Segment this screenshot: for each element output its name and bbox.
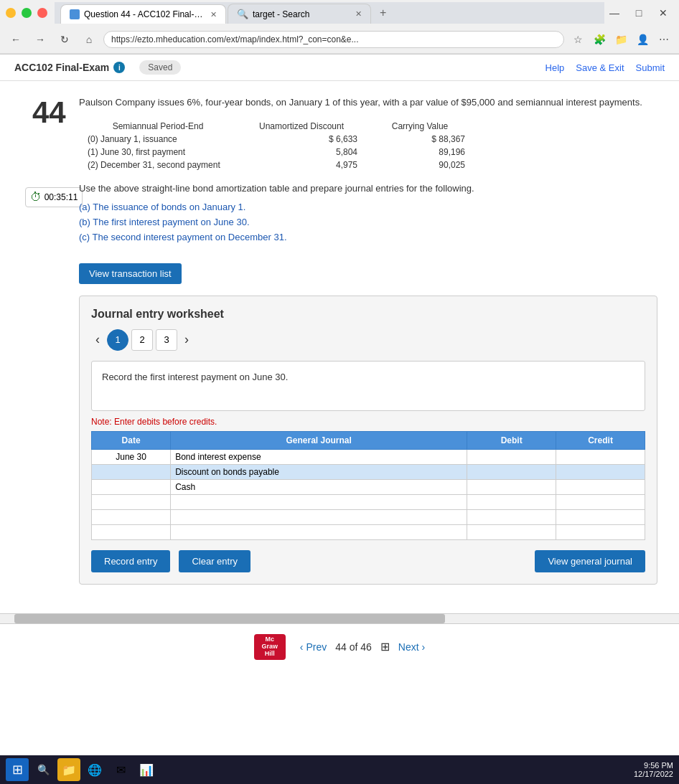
back-button[interactable]: ← <box>6 29 26 49</box>
home-button[interactable]: ⌂ <box>79 29 99 49</box>
debit-cell-5[interactable] <box>467 509 556 524</box>
timer-icon: ⏱ <box>30 191 42 204</box>
save-exit-button[interactable]: Save & Exit <box>576 62 624 73</box>
question-text: Paulson Company issues 6%, four-year bon… <box>79 95 657 110</box>
tab-close-1[interactable]: ✕ <box>210 10 217 19</box>
close-window-button[interactable]: ✕ <box>653 3 673 23</box>
prev-chevron-icon: ‹ <box>300 641 304 653</box>
journal-entry-1[interactable] <box>171 449 467 464</box>
next-button[interactable]: Next › <box>398 641 425 653</box>
carrying-0: $ 88,367 <box>366 133 474 146</box>
journal-entry-4[interactable] <box>171 494 467 509</box>
debit-cell-4[interactable] <box>467 494 556 509</box>
debit-input-4[interactable] <box>472 497 551 507</box>
submit-button[interactable]: Submit <box>636 62 665 73</box>
date-cell-4 <box>92 494 171 509</box>
credit-input-5[interactable] <box>561 512 640 522</box>
refresh-button[interactable]: ↻ <box>55 29 75 49</box>
col-date-header: Date <box>92 431 171 449</box>
debit-input-6[interactable] <box>472 527 551 537</box>
col-general-journal-header: General Journal <box>171 431 467 449</box>
credit-cell-5[interactable] <box>556 509 645 524</box>
new-tab-button[interactable]: + <box>373 2 393 24</box>
info-icon[interactable]: i <box>113 62 125 73</box>
prev-page-button[interactable]: ‹ <box>91 331 104 349</box>
worksheet-note: Note: Enter debits before credits. <box>91 417 645 427</box>
page-3-button[interactable]: 3 <box>156 329 177 351</box>
clear-entry-button[interactable]: Clear entry <box>179 550 250 572</box>
debit-input-5[interactable] <box>472 512 551 522</box>
debit-input-2[interactable] <box>472 467 551 477</box>
col-header-period: Semiannual Period-End <box>79 120 237 133</box>
debit-cell-3[interactable] <box>467 479 556 494</box>
instruction-box: Record the first interest payment on Jun… <box>91 361 645 411</box>
credit-cell-2[interactable] <box>556 464 645 479</box>
tab-close-2[interactable]: ✕ <box>355 9 362 19</box>
next-page-button[interactable]: › <box>180 331 193 349</box>
record-entry-button[interactable]: Record entry <box>91 550 170 572</box>
discount-0: $ 6,633 <box>237 133 366 146</box>
period-2: (2) December 31, second payment <box>79 159 237 171</box>
credit-input-2[interactable] <box>561 467 640 477</box>
debit-cell-2[interactable] <box>467 464 556 479</box>
journal-input-4[interactable] <box>175 497 462 507</box>
question-parts: (a) The issuance of bonds on January 1. … <box>79 200 657 245</box>
journal-row-1: June 30 <box>92 449 645 464</box>
help-link[interactable]: Help <box>545 62 565 73</box>
favorites-button[interactable]: ☆ <box>568 30 587 49</box>
forward-button[interactable]: → <box>30 29 50 49</box>
debit-input-1[interactable] <box>472 452 551 462</box>
journal-entry-5[interactable] <box>171 509 467 524</box>
settings-button[interactable]: ⋯ <box>655 30 673 49</box>
horizontal-scrollbar[interactable] <box>0 613 679 623</box>
prev-button[interactable]: ‹ Prev <box>300 641 327 653</box>
timer-display: 00:35:11 <box>45 192 78 202</box>
minimize-window-button[interactable]: — <box>604 3 624 23</box>
date-cell-1: June 30 <box>92 449 171 464</box>
discount-2: 4,975 <box>237 159 366 171</box>
journal-row-5 <box>92 509 645 524</box>
page-1-button[interactable]: 1 <box>107 329 128 351</box>
view-general-journal-button[interactable]: View general journal <box>535 550 645 572</box>
minimize-button[interactable] <box>6 8 16 18</box>
credit-input-1[interactable] <box>561 452 640 462</box>
journal-input-5[interactable] <box>175 512 462 522</box>
next-label: Next <box>398 641 419 653</box>
credit-input-6[interactable] <box>561 527 640 537</box>
next-chevron-icon: › <box>422 641 426 653</box>
journal-input-1[interactable] <box>175 452 462 462</box>
date-cell-6 <box>92 524 171 539</box>
close-button[interactable] <box>37 8 47 18</box>
credit-cell-3[interactable] <box>556 479 645 494</box>
credit-input-4[interactable] <box>561 497 640 507</box>
debit-cell-1[interactable] <box>467 449 556 464</box>
profile-button[interactable]: 👤 <box>633 30 652 49</box>
tab-target-search[interactable]: 🔍 target - Search ✕ <box>228 4 371 24</box>
grid-view-button[interactable]: ⊞ <box>380 640 390 653</box>
journal-entry-2[interactable] <box>171 464 467 479</box>
app-title: ACC102 Final-Exam i <box>14 62 125 73</box>
debit-input-3[interactable] <box>472 482 551 492</box>
carrying-2: 90,025 <box>366 159 474 171</box>
collections-button[interactable]: 📁 <box>612 30 630 49</box>
restore-window-button[interactable]: □ <box>629 3 649 23</box>
debit-cell-6[interactable] <box>467 524 556 539</box>
table-row: (0) January 1, issuance $ 6,633 $ 88,367 <box>79 133 474 146</box>
view-transaction-button[interactable]: View transaction list <box>79 263 182 284</box>
journal-entry-6[interactable] <box>171 524 467 539</box>
credit-cell-6[interactable] <box>556 524 645 539</box>
page-2-button[interactable]: 2 <box>131 329 153 351</box>
maximize-button[interactable] <box>22 8 32 18</box>
extensions-button[interactable]: 🧩 <box>590 30 609 49</box>
journal-input-3[interactable] <box>175 482 462 492</box>
credit-cell-1[interactable] <box>556 449 645 464</box>
credit-input-3[interactable] <box>561 482 640 492</box>
journal-entry-3[interactable] <box>171 479 467 494</box>
credit-cell-4[interactable] <box>556 494 645 509</box>
journal-input-6[interactable] <box>175 527 462 537</box>
discount-1: 5,804 <box>237 146 366 159</box>
journal-input-2[interactable] <box>175 467 462 477</box>
address-bar-input[interactable] <box>103 31 564 48</box>
question-number: 44 <box>32 95 75 130</box>
tab-question44[interactable]: Question 44 - ACC102 Final-Exar... ✕ <box>60 4 226 24</box>
